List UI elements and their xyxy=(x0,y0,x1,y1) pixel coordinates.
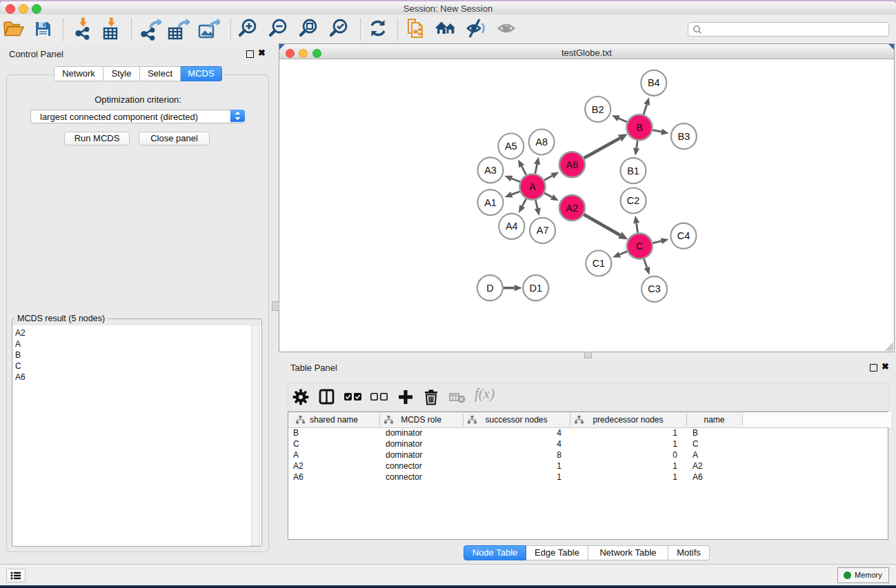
svg-text:D1: D1 xyxy=(530,283,543,294)
svg-text:A4: A4 xyxy=(506,221,518,232)
svg-text:B: B xyxy=(636,122,643,133)
svg-text:A5: A5 xyxy=(505,141,517,152)
svg-text:A8: A8 xyxy=(535,136,548,148)
svg-text:B2: B2 xyxy=(592,104,604,115)
svg-text:A7: A7 xyxy=(537,225,549,236)
svg-text:A3: A3 xyxy=(484,165,497,176)
svg-text:C3: C3 xyxy=(648,283,661,294)
svg-text:B4: B4 xyxy=(648,77,660,88)
svg-text:A6: A6 xyxy=(566,159,579,170)
svg-text:A: A xyxy=(529,181,536,192)
svg-text:C4: C4 xyxy=(677,230,690,241)
svg-text:B1: B1 xyxy=(627,165,639,176)
svg-text:A1: A1 xyxy=(484,197,497,208)
svg-text:C1: C1 xyxy=(593,258,606,269)
svg-text:B3: B3 xyxy=(678,131,690,142)
svg-text:C: C xyxy=(636,241,643,252)
svg-text:A2: A2 xyxy=(566,203,579,214)
svg-text:D: D xyxy=(486,283,493,294)
svg-text:C2: C2 xyxy=(627,195,640,206)
